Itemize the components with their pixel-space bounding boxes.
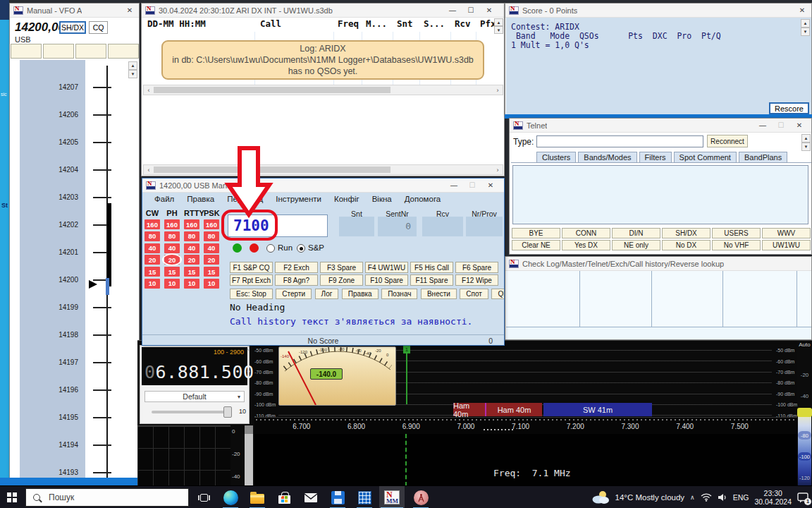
telnet-filter-button[interactable]: No DX bbox=[662, 240, 710, 250]
taskbar-app-n1mm[interactable]: NMM bbox=[379, 486, 405, 508]
memory-button[interactable] bbox=[108, 44, 139, 59]
band-button[interactable]: 15 bbox=[144, 267, 160, 277]
scroll-left-icon[interactable]: ‹ bbox=[144, 167, 154, 174]
legend-auto-label[interactable]: Auto bbox=[797, 341, 812, 348]
menu-item[interactable]: Конфіг bbox=[328, 193, 366, 205]
band-button[interactable]: 10 bbox=[164, 279, 180, 289]
telnet-command-button[interactable]: CONN bbox=[562, 228, 610, 238]
close-icon[interactable]: ✕ bbox=[790, 119, 808, 132]
spin-up-icon[interactable]: ▲ bbox=[801, 134, 811, 143]
minimize-icon[interactable]: — bbox=[443, 4, 462, 17]
notification-center-button[interactable]: 1 bbox=[797, 492, 810, 504]
sdr-slider-track[interactable] bbox=[152, 411, 232, 413]
log-column-header[interactable]: Rcv bbox=[455, 18, 471, 29]
memory-button[interactable] bbox=[75, 44, 106, 59]
taskbar-app-edge[interactable] bbox=[220, 486, 241, 508]
language-indicator[interactable]: ENG bbox=[733, 493, 749, 502]
band-button[interactable]: 40 bbox=[144, 243, 160, 253]
telnet-command-button[interactable]: USERS bbox=[712, 228, 761, 238]
shdx-button[interactable]: SH/DX bbox=[59, 21, 86, 34]
snt-field[interactable] bbox=[339, 217, 374, 236]
band-button[interactable]: 20 bbox=[144, 255, 160, 265]
action-button[interactable]: Спот bbox=[460, 289, 488, 299]
band-button[interactable]: 10 bbox=[204, 279, 219, 289]
telnet-tab[interactable]: Spot Comment bbox=[674, 152, 737, 162]
band-button[interactable]: 160 bbox=[184, 219, 199, 229]
taskbar-app-explorer[interactable] bbox=[247, 486, 268, 508]
log-column-header[interactable]: S... bbox=[424, 18, 445, 29]
band-button[interactable]: 80 bbox=[204, 231, 219, 241]
band-button[interactable]: 20 bbox=[184, 255, 199, 265]
weather-text[interactable]: 14°C Mostly cloudy bbox=[615, 493, 685, 502]
minimize-icon[interactable]: — bbox=[445, 179, 463, 192]
action-button[interactable]: Внести bbox=[421, 289, 457, 299]
bandmap-zoom-spinner[interactable]: ▲ ▼ bbox=[128, 61, 137, 78]
log-column-header[interactable]: Snt bbox=[397, 18, 413, 29]
action-button[interactable]: Esc: Stop bbox=[230, 289, 273, 299]
band-button[interactable]: 80 bbox=[144, 231, 160, 241]
taskbar-app-spreadsheet[interactable] bbox=[354, 486, 375, 508]
action-button[interactable]: QRZ bbox=[491, 289, 505, 299]
memory-button[interactable] bbox=[11, 44, 42, 59]
band-button[interactable]: 80 bbox=[184, 231, 199, 241]
sp-radio-label[interactable]: S&P bbox=[308, 243, 324, 252]
band-bar-ham40m-2[interactable]: Ham 40m bbox=[486, 403, 542, 416]
taskbar-search[interactable]: Пошук bbox=[25, 488, 189, 507]
band-button[interactable]: 40 bbox=[204, 243, 219, 253]
telnet-command-button[interactable]: WWV bbox=[762, 228, 811, 238]
taskbar-app-save[interactable] bbox=[327, 486, 348, 508]
menu-item[interactable]: Правка bbox=[180, 193, 221, 205]
log-titlebar[interactable]: N 30.04.2024 20:30:10Z ARI DX INT - UW1W… bbox=[142, 4, 504, 18]
spectrum-cursor-flag[interactable]: 1 bbox=[403, 345, 410, 353]
spin-down-icon[interactable]: ▼ bbox=[494, 26, 503, 34]
maximize-icon[interactable]: ☐ bbox=[463, 179, 481, 192]
nrprov-field[interactable] bbox=[466, 217, 503, 236]
spin-up-icon[interactable]: ▲ bbox=[494, 18, 503, 26]
band-button[interactable]: 160 bbox=[204, 219, 219, 229]
log-scrollbar-top[interactable]: ‹ › bbox=[143, 85, 503, 95]
telnet-titlebar[interactable]: N Telnet — ☐ ✕ bbox=[510, 119, 811, 133]
sp-radio[interactable] bbox=[297, 244, 305, 253]
telnet-tab[interactable]: Bands/Modes bbox=[578, 152, 636, 162]
fkey-button[interactable]: F6 Spare bbox=[455, 262, 498, 273]
log-scroll-spinner[interactable]: ▲ ▼ bbox=[494, 18, 503, 34]
entry-titlebar[interactable]: N 14200,00 USB Manual - VFO A — ☐ ✕ bbox=[142, 179, 504, 193]
band-button[interactable]: 40 bbox=[184, 243, 199, 253]
maximize-icon[interactable]: ☐ bbox=[462, 4, 480, 17]
menu-item[interactable]: Допомога bbox=[398, 193, 448, 205]
scroll-right-icon[interactable]: › bbox=[493, 87, 503, 94]
action-button[interactable]: Лог bbox=[315, 289, 339, 299]
fkey-button[interactable]: F7 Rpt Exch bbox=[230, 274, 273, 286]
action-button[interactable]: Правка bbox=[342, 289, 379, 299]
waterfall-area[interactable]: Freq: 7.1 MHz bbox=[254, 434, 800, 486]
score-scroll-spinner[interactable]: ▲ ▼ bbox=[801, 19, 810, 36]
sdr-profile-select[interactable]: Default ▾ bbox=[144, 391, 245, 402]
band-bar-ham40m-1[interactable]: Ham 40m bbox=[453, 403, 485, 416]
close-icon[interactable]: ✕ bbox=[793, 4, 811, 17]
sdr-vertical-scrollbar[interactable] bbox=[245, 425, 253, 486]
reconnect-button[interactable]: Reconnect bbox=[707, 135, 748, 147]
sdr-slider-handle[interactable] bbox=[223, 406, 232, 418]
action-button[interactable]: Познач bbox=[381, 289, 417, 299]
telnet-command-button[interactable]: DI/N bbox=[612, 228, 660, 238]
band-button[interactable]: 160 bbox=[164, 219, 180, 229]
log-column-header[interactable]: DD-MM HH:MM bbox=[147, 18, 206, 29]
run-radio[interactable] bbox=[266, 244, 275, 253]
telnet-type-input[interactable] bbox=[536, 135, 703, 147]
telnet-output-area[interactable] bbox=[512, 165, 808, 224]
band-button[interactable]: 10 bbox=[184, 279, 199, 289]
close-icon[interactable]: ✕ bbox=[480, 4, 498, 17]
spin-down-icon[interactable]: ▼ bbox=[801, 28, 810, 36]
log-column-header[interactable]: Freq bbox=[338, 18, 359, 29]
telnet-filter-button[interactable]: Yes DX bbox=[562, 240, 610, 250]
scroll-left-icon[interactable]: ‹ bbox=[144, 87, 154, 94]
band-bar-sw41m[interactable]: SW 41m bbox=[543, 403, 652, 416]
telnet-filter-button[interactable]: Clear NE bbox=[512, 240, 560, 250]
spin-up-icon[interactable]: ▲ bbox=[801, 19, 810, 28]
spin-up-icon[interactable]: ▲ bbox=[128, 61, 137, 70]
telnet-tab[interactable]: Clusters bbox=[536, 152, 576, 162]
fkey-button[interactable]: F1 S&P CQ bbox=[230, 262, 273, 273]
band-button[interactable]: 10 bbox=[144, 279, 160, 289]
taskbar-app-radio[interactable] bbox=[410, 486, 431, 508]
action-button[interactable]: Стерти bbox=[276, 289, 312, 299]
